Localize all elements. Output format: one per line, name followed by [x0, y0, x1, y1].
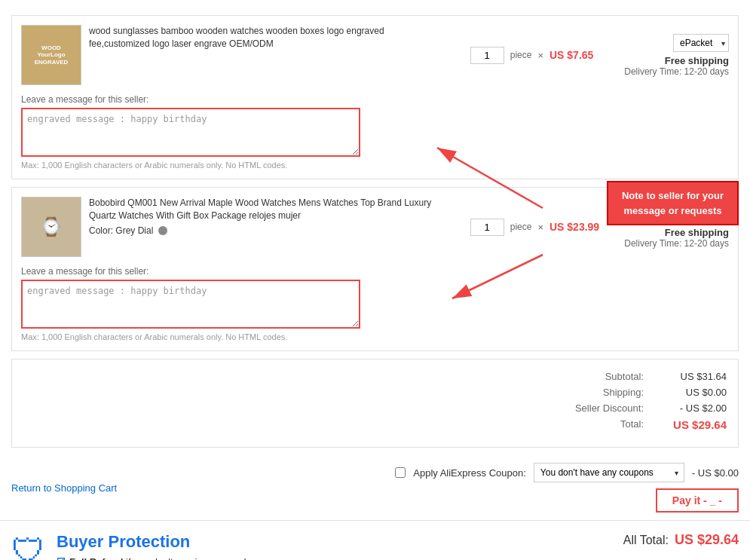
summary-section: Subtotal: US $31.64 Shipping: US $0.00 S… [11, 359, 739, 448]
main-container: Note to seller for your message or reque… [0, 0, 750, 560]
product-2-quantity[interactable] [470, 219, 504, 236]
product-1-shipping-dropdown-wrapper: ePacket [673, 34, 729, 52]
shipping-value: US $0.00 [659, 387, 727, 398]
check-icon-1: ☑ [57, 556, 66, 560]
product-2-color-value: Grey Dial [115, 225, 153, 236]
product-1-message-section: Leave a message for this seller: engrave… [21, 94, 729, 170]
product-1-image: WOODYourLogoENGRAVED [21, 25, 81, 85]
coupon-value: - US $0.00 [692, 467, 739, 479]
all-total-section: All Total: US $29.64 Place Order [623, 532, 739, 560]
subtotal-value: US $31.64 [659, 371, 727, 382]
coupon-dropdown[interactable]: You don't have any coupons [534, 463, 684, 482]
product-1-unit: piece [510, 50, 532, 60]
product-1-message-max: Max: 1,000 English characters or Arabic … [21, 161, 729, 170]
coupon-checkbox[interactable] [395, 467, 406, 478]
product-2-message-section: Leave a message for this seller: engrave… [21, 266, 729, 341]
total-row: Total: US $29.64 [23, 418, 727, 431]
product-2-delivery: Delivery Time: 12-20 days [608, 238, 729, 249]
total-label: Total: [553, 418, 644, 431]
product-1-row: WOODYourLogoENGRAVED wood sunglasses bam… [21, 25, 729, 85]
product-1-controls: piece × US $7.65 ePacket Free shipping D… [442, 25, 729, 85]
product-1-title: wood sunglasses bamboo wooden watches wo… [89, 25, 442, 50]
discount-value: - US $2.00 [659, 402, 727, 414]
product-2-color: Color: Grey Dial [89, 225, 442, 236]
callout-text: Note to seller for your message or reque… [622, 190, 724, 216]
product-2-message-max: Max: 1,000 English characters or Arabic … [21, 332, 729, 341]
product-1-section: WOODYourLogoENGRAVED wood sunglasses bam… [11, 15, 739, 179]
pay-button[interactable]: Pay it - _ - [656, 488, 739, 513]
discount-label: Seller Discount: [553, 402, 644, 414]
coupon-row: Apply AliExpress Coupon: You don't have … [395, 463, 739, 482]
buyer-protection-section: 🛡 Buyer Protection ☑ Full Refund if you … [0, 520, 750, 560]
product-1-message-textarea[interactable]: engraved message : happy birthday [21, 108, 360, 157]
product-2-free-shipping: Free shipping [608, 227, 729, 238]
buyer-protection-info: Buyer Protection ☑ Full Refund if you do… [57, 532, 612, 560]
coupon-dropdown-wrapper: You don't have any coupons [534, 463, 684, 482]
product-1-quantity[interactable] [470, 47, 504, 64]
shipping-label: Shipping: [553, 387, 644, 398]
product-1-message-label: Leave a message for this seller: [21, 94, 729, 105]
product-1-delivery: Delivery Time: 12-20 days [608, 66, 729, 77]
product-2-title: Bobobird QM001 New Arrival Maple Wood Wa… [89, 197, 442, 222]
product-1-info: wood sunglasses bamboo wooden watches wo… [89, 25, 442, 85]
bp-title: Buyer Protection [57, 532, 612, 552]
bp-item1-bold: Full Refund [69, 556, 124, 560]
product-2-info: Bobobird QM001 New Arrival Maple Wood Wa… [89, 197, 442, 257]
product-2-price: US $23.99 [549, 221, 602, 233]
pay-line: Pay it - _ - [395, 488, 739, 513]
product-2-unit: piece [510, 222, 532, 232]
product-1-shipping-select[interactable]: ePacket [673, 34, 729, 52]
all-total-label: All Total: [623, 534, 669, 547]
all-total-value: US $29.64 [675, 532, 739, 548]
callout-note: Note to seller for your message or reque… [607, 181, 739, 225]
bp-item1-text: if you don't receive your order [124, 556, 255, 560]
discount-row: Seller Discount: - US $2.00 [23, 402, 727, 414]
product-2-message-label: Leave a message for this seller: [21, 266, 729, 277]
all-total-row: All Total: US $29.64 [623, 532, 739, 548]
bp-item-1: ☑ Full Refund if you don't receive your … [57, 556, 612, 560]
checkout-area: Apply AliExpress Coupon: You don't have … [395, 463, 739, 513]
product-2-color-label: Color: [89, 225, 113, 236]
shield-icon: 🛡 [11, 532, 45, 560]
total-value: US $29.64 [659, 418, 727, 431]
shipping-row: Shipping: US $0.00 [23, 387, 727, 398]
subtotal-row: Subtotal: US $31.64 [23, 371, 727, 382]
coupon-label: Apply AliExpress Coupon: [413, 467, 526, 479]
product-1-shipping: ePacket Free shipping Delivery Time: 12-… [608, 34, 729, 77]
product-2-message-textarea[interactable]: engraved message : happy birthday [21, 280, 360, 329]
place-order-row: Place Order [623, 554, 739, 560]
product-2-image: ⌚ [21, 197, 81, 257]
products-wrapper: Note to seller for your message or reque… [0, 15, 750, 351]
bottom-actions: Return to Shopping Cart Apply AliExpress… [0, 455, 750, 520]
product-1-free-shipping: Free shipping [608, 55, 729, 66]
product-1-logo: WOODYourLogoENGRAVED [35, 44, 69, 66]
subtotal-label: Subtotal: [553, 371, 644, 382]
color-swatch-icon [158, 226, 167, 235]
return-to-cart-link[interactable]: Return to Shopping Cart [11, 482, 117, 494]
product-1-price: US $7.65 [549, 49, 602, 61]
